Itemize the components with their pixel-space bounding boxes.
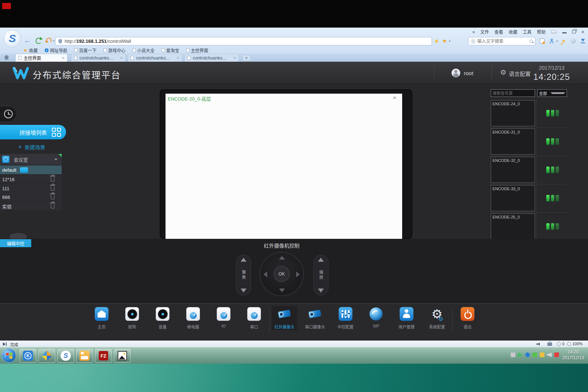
bookmark-main-ui[interactable]: 主控界面 [186,47,208,53]
url-bar[interactable]: http://192.168.1.251/controlWall [55,37,432,45]
home-tab-icon[interactable] [4,55,9,60]
skin-icon[interactable] [570,38,576,44]
pan-up-button[interactable] [279,256,285,260]
toolbar-item-exit[interactable]: 退出 [455,307,480,330]
scene-item[interactable]: 111 [0,184,62,193]
taskbar-app-sogou[interactable]: S [57,349,74,363]
tray-ime-icon[interactable] [540,352,544,357]
new-scene-button[interactable]: + 新建场景 [0,142,64,152]
tab-control[interactable]: controlchuankoukg.jp × [184,54,239,62]
toolbar-item-home[interactable]: 主页 [89,307,114,330]
taskbar-app-k[interactable]: K [20,349,36,363]
ok-button[interactable]: OK [274,266,290,282]
tray-flag-icon[interactable] [554,352,559,357]
user-avatar[interactable] [452,69,460,77]
taskbar-clock[interactable]: 14:20 2017/12/13 [560,350,587,361]
toolbar-item-user-management[interactable]: 用户管理 [394,307,419,330]
wall-canvas[interactable]: ENCODE-20_0-底层 × [166,94,402,239]
toolbar-item-matrix[interactable]: 矩阵 [119,307,145,330]
key-icon[interactable] [560,38,567,44]
tab-main-ui[interactable]: 主控界面 × [15,54,68,62]
delete-scene-icon[interactable] [51,186,54,191]
tray-volume-icon[interactable] [547,352,552,357]
tray-app-icon[interactable] [525,352,530,357]
wall-list-button[interactable]: 拼接墙列表 [0,125,66,139]
menu-view[interactable]: 查看 [494,29,503,35]
clipboard-icon[interactable] [539,38,545,44]
toolbar-item-ir-camera[interactable]: 红外摄像头 [272,306,297,330]
bookmark-games[interactable]: 游戏中心 [103,47,126,53]
undo-dropdown-icon[interactable] [53,40,55,42]
source-card[interactable]: ENCODE-31_0 [491,128,535,155]
volume-icon[interactable] [536,342,541,346]
scene-item[interactable]: 12*16 [0,175,62,184]
new-tab-button[interactable]: + [242,55,250,61]
bookmark-nav-site[interactable]: i网址导航 [45,47,68,53]
tab-control[interactable]: controlchuankoukg.jp × [128,54,182,62]
pan-down-button[interactable] [279,289,285,292]
room-select[interactable]: 会议室 [0,154,62,165]
menu-overflow-icon[interactable]: » [472,29,475,34]
undo-button[interactable] [46,38,52,43]
focus-up-button[interactable] [241,258,246,262]
tray-printer-icon[interactable] [511,352,515,357]
toolbar-item-volume[interactable]: 音量 [150,307,175,330]
taskbar-app-image-tool[interactable] [114,349,131,363]
source-card[interactable]: ENCODE-25_0 [491,213,535,239]
back-button[interactable]: ← [24,37,31,45]
zoom-in-button[interactable] [318,258,324,262]
tab-control[interactable]: controlchuankoukg.jp × [71,54,126,62]
search-icon[interactable] [530,40,533,43]
tab-close-icon[interactable]: × [62,56,65,61]
refresh-button[interactable] [36,38,42,44]
taskbar-app-filezilla[interactable]: FZ [95,349,112,363]
toolbar-item-serial-camera[interactable]: 串口摄像头 [302,307,328,330]
menu-tools[interactable]: 工具 [523,29,531,35]
close-window-icon[interactable]: × [393,94,396,102]
zoom-out-button[interactable] [318,289,324,293]
toolbar-item-sip[interactable]: SIP [363,307,389,328]
bookmark-novels[interactable]: 小说大全 [132,47,155,53]
bookmark-taobao[interactable]: 爱淘宝 [162,47,179,53]
focus-down-button[interactable] [241,289,246,293]
tab-close-icon[interactable]: × [120,56,123,61]
window-restore-button[interactable] [572,30,576,33]
pan-right-button[interactable] [296,271,300,277]
source-card[interactable]: ENCODE-24_0 [491,100,535,126]
briefcase-icon[interactable] [547,343,552,346]
toolbar-item-central-config[interactable]: 中控配置 [333,307,358,330]
window-minimize-button[interactable] [562,32,567,33]
delete-scene-icon[interactable] [51,204,54,208]
source-card[interactable]: ENCODE-33_0 [491,185,535,211]
skin-hat-icon[interactable] [551,30,557,33]
tab-close-icon[interactable]: × [177,56,179,61]
bookmark-favorites[interactable]: ★收藏 [23,47,38,53]
menu-favorites[interactable]: 收藏 [509,29,517,35]
tray-play-icon[interactable] [518,352,523,357]
menu-help[interactable]: 帮助 [537,29,546,35]
search-engine-icon[interactable]: S [471,39,475,44]
taskbar-app-compass[interactable] [38,349,55,363]
source-search-input[interactable] [491,89,535,97]
speed-mode-icon[interactable] [435,38,438,44]
language-config-button[interactable]: 语言配置 [509,70,531,77]
toolbar-item-relay[interactable]: 继电器 [180,307,206,330]
source-filter-select[interactable]: 全部 [537,89,567,97]
edit-central-control-button[interactable]: 编辑中控 [0,239,31,247]
tab-close-icon[interactable]: × [233,56,236,61]
start-button[interactable] [2,348,16,363]
toolbar-item-serial[interactable]: 串口 [241,307,267,330]
delete-scene-icon[interactable] [51,195,54,199]
browser-search-input[interactable] [477,39,528,44]
scene-item-default[interactable]: default [0,166,62,175]
scene-list-toggle-button[interactable] [0,106,17,122]
screenshot-scissors-icon[interactable] [548,38,555,44]
menu-file[interactable]: 文件 [480,29,489,35]
toolbar-item-system-config[interactable]: ⚙⚙ 系统配置 [424,307,450,330]
scene-item[interactable]: 实验 [0,202,62,211]
tray-usb-icon[interactable] [532,352,537,357]
delete-scene-icon[interactable] [51,177,54,181]
zoom-icon[interactable] [567,342,571,346]
source-card[interactable]: ENCODE-32_0 [491,157,535,183]
taskbar-app-orange[interactable] [76,349,93,363]
